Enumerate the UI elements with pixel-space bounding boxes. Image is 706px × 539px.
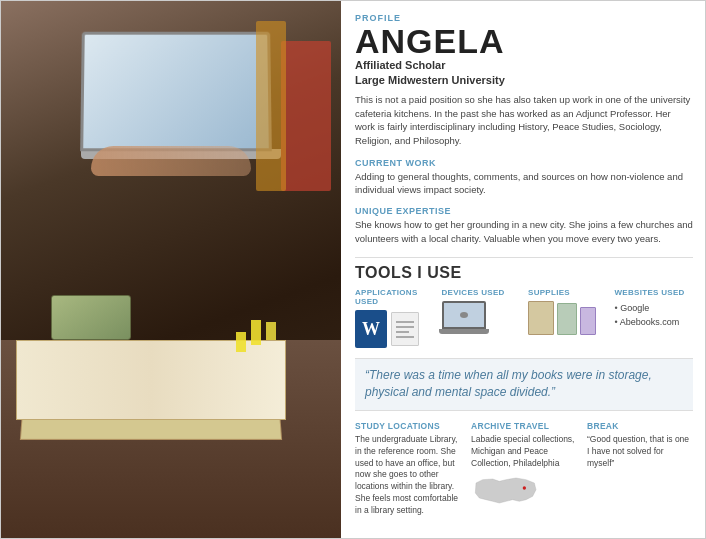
- tools-grid: APPLICATIONS USED W: [355, 288, 693, 348]
- profile-title: Affiliated Scholar Large Midwestern Univ…: [355, 58, 693, 89]
- tools-title: TOOLS I USE: [355, 264, 693, 282]
- study-locations-col: STUDY LOCATIONS The undergraduate Librar…: [355, 421, 461, 518]
- profile-description: This is not a paid position so she has a…: [355, 93, 693, 148]
- unique-expertise-label: UNIQUE EXPERTISE: [355, 206, 693, 216]
- archive-travel-text: Labadie special collections, Michigan an…: [471, 434, 577, 470]
- archive-travel-label: ARCHIVE TRAVEL: [471, 421, 577, 431]
- current-work-section: CURRENT WORK Adding to general thoughts,…: [355, 158, 693, 197]
- usa-map-icon: [471, 473, 541, 513]
- file-lines-icon: [391, 312, 419, 346]
- supplies-icons: [528, 301, 607, 335]
- profile-section: PROFILE ANGELA Affiliated Scholar Large …: [355, 13, 693, 148]
- profile-name: ANGELA: [355, 24, 693, 58]
- archive-travel-col: ARCHIVE TRAVEL Labadie special collectio…: [471, 421, 577, 518]
- photo-panel: [1, 1, 341, 539]
- svg-point-0: [523, 487, 526, 490]
- supply-icon-1: [528, 301, 554, 335]
- unique-expertise-section: UNIQUE EXPERTISE She knows how to get he…: [355, 206, 693, 245]
- unique-expertise-text: She knows how to get her grounding in a …: [355, 218, 693, 245]
- supply-icon-2: [557, 303, 577, 335]
- study-locations-label: STUDY LOCATIONS: [355, 421, 461, 431]
- break-text: “Good question, that is one I have not s…: [587, 434, 693, 470]
- applications-icons: W: [355, 310, 434, 348]
- word-icon: W: [355, 310, 387, 348]
- websites-label: WEBSITES USED: [615, 288, 694, 297]
- website-list: • Google • Abebooks.com: [615, 301, 694, 330]
- break-label: BREAK: [587, 421, 693, 431]
- website-item-2: • Abebooks.com: [615, 315, 694, 329]
- applications-col: APPLICATIONS USED W: [355, 288, 434, 348]
- supplies-col: SUPPLIES: [528, 288, 607, 348]
- quote-text: “There was a time when all my books were…: [365, 367, 683, 402]
- quote-section: “There was a time when all my books were…: [355, 358, 693, 411]
- current-work-label: CURRENT WORK: [355, 158, 693, 168]
- websites-col: WEBSITES USED • Google • Abebooks.com: [615, 288, 694, 348]
- break-col: BREAK “Good question, that is one I have…: [587, 421, 693, 518]
- device-icon: [442, 301, 521, 334]
- devices-col: DEVICES USED: [442, 288, 521, 348]
- supplies-label: SUPPLIES: [528, 288, 607, 297]
- bottom-row: STUDY LOCATIONS The undergraduate Librar…: [355, 421, 693, 518]
- current-work-text: Adding to general thoughts, comments, an…: [355, 170, 693, 197]
- tools-section: TOOLS I USE APPLICATIONS USED W: [355, 257, 693, 348]
- applications-label: APPLICATIONS USED: [355, 288, 434, 306]
- supply-icon-3: [580, 307, 596, 335]
- devices-label: DEVICES USED: [442, 288, 521, 297]
- website-item-1: • Google: [615, 301, 694, 315]
- study-locations-text: The undergraduate Library, in the refere…: [355, 434, 461, 517]
- content-panel: PROFILE ANGELA Affiliated Scholar Large …: [341, 1, 706, 539]
